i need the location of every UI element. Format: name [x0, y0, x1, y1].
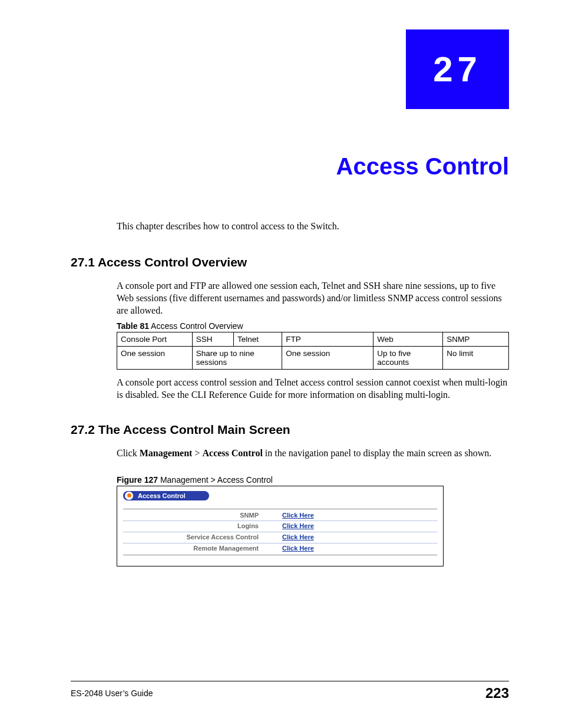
list-item: SNMP Click Here: [123, 510, 437, 522]
td-snmp: No limit: [443, 347, 509, 370]
th-ssh: SSH: [192, 332, 233, 347]
table-row: One session Share up to nine sessions On…: [117, 347, 509, 370]
row-label-service-access-control: Service Access Control: [123, 532, 282, 543]
pill-label: Access Control: [138, 492, 186, 499]
chapter-title: Access Control: [71, 153, 509, 180]
access-control-pill: Access Control: [123, 491, 209, 500]
th-snmp: SNMP: [443, 332, 509, 347]
row-label-remote-management: Remote Management: [123, 543, 282, 554]
table-caption-title: Access Control Overview: [149, 321, 243, 331]
body-pre: Click: [117, 448, 140, 458]
list-item: Logins Click Here: [123, 521, 437, 532]
chapter-tab: 27: [406, 29, 509, 109]
nav-sep: >: [192, 448, 202, 458]
figure-127-caption: Figure 127 Management > Access Control: [117, 475, 509, 485]
nav-management: Management: [140, 448, 193, 458]
footer-guide-title: ES-2048 User’s Guide: [71, 689, 153, 698]
th-ftp: FTP: [282, 332, 373, 347]
section-1-body-2: A console port access control session an…: [117, 377, 509, 401]
list-item: Remote Management Click Here: [123, 543, 437, 554]
table-81: Console Port SSH Telnet FTP Web SNMP One…: [117, 332, 509, 370]
link-snmp[interactable]: Click Here: [282, 510, 314, 521]
intro-text: This chapter describes how to control ac…: [117, 221, 509, 232]
link-logins[interactable]: Click Here: [282, 521, 314, 532]
table-81-caption: Table 81 Access Control Overview: [117, 321, 509, 331]
table-caption-label: Table 81: [117, 321, 149, 331]
row-label-snmp: SNMP: [123, 510, 282, 521]
td-console: One session: [117, 347, 193, 370]
section-1-body-1: A console port and FTP are allowed one s…: [117, 280, 509, 317]
td-ssh-telnet: Share up to nine sessions: [192, 347, 282, 370]
figure-caption-label: Figure 127: [117, 475, 158, 485]
row-label-logins: Logins: [123, 521, 282, 532]
page-footer: ES-2048 User’s Guide 223: [71, 681, 509, 701]
figure-caption-title: Management > Access Control: [158, 475, 273, 485]
nav-access-control: Access Control: [202, 448, 262, 458]
th-telnet: Telnet: [234, 332, 282, 347]
link-remote-management[interactable]: Click Here: [282, 543, 314, 554]
list-item: Service Access Control Click Here: [123, 532, 437, 543]
pill-dot-icon: [125, 492, 133, 500]
section-1-heading: 27.1 Access Control Overview: [71, 255, 509, 269]
body-post: in the navigation panel to display the m…: [263, 448, 491, 458]
td-ftp: One session: [282, 347, 373, 370]
access-control-list: SNMP Click Here Logins Click Here Servic…: [123, 509, 437, 555]
section-2-heading: 27.2 The Access Control Main Screen: [71, 423, 509, 437]
link-service-access-control[interactable]: Click Here: [282, 532, 314, 543]
page-number: 223: [485, 685, 509, 701]
th-web: Web: [373, 332, 443, 347]
section-2-body: Click Management > Access Control in the…: [117, 447, 509, 460]
chapter-number: 27: [433, 49, 482, 90]
table-header-row: Console Port SSH Telnet FTP Web SNMP: [117, 332, 509, 347]
td-web: Up to five accounts: [373, 347, 443, 370]
figure-127: Access Control SNMP Click Here Logins Cl…: [117, 486, 444, 566]
th-console: Console Port: [117, 332, 193, 347]
